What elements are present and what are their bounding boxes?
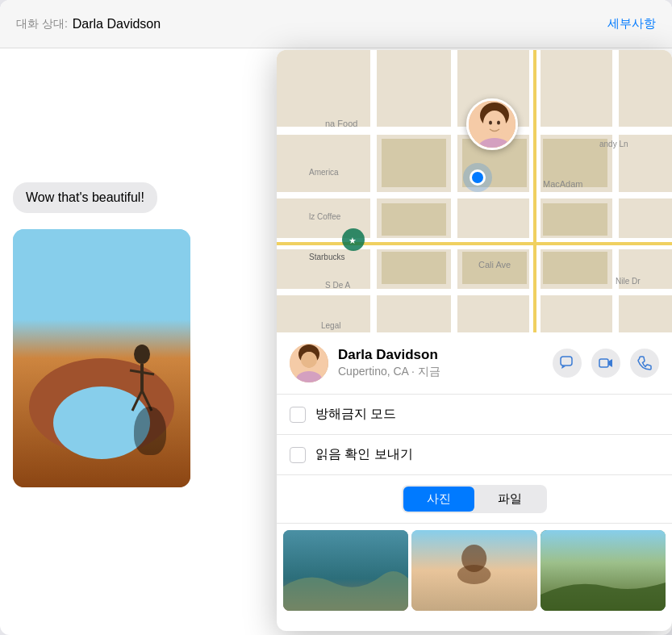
messages-header: 대화 상대: Darla Davidson 세부사항: [0, 0, 672, 48]
svg-point-49: [305, 359, 307, 362]
message-action-button[interactable]: [553, 349, 582, 378]
contact-actions: [553, 349, 659, 378]
dnd-label: 방해금지 모드: [315, 406, 396, 423]
photo-grid: [277, 524, 672, 631]
svg-text:Nile Dr: Nile Dr: [616, 277, 641, 286]
dnd-row: 방해금지 모드: [277, 395, 672, 435]
svg-rect-24: [382, 252, 446, 284]
svg-rect-53: [599, 359, 608, 367]
segment-photos[interactable]: 사진: [403, 487, 474, 512]
map-contact-avatar: [466, 98, 518, 150]
svg-point-42: [483, 111, 506, 136]
message-icon: [560, 356, 574, 370]
read-receipt-checkbox[interactable]: [290, 447, 306, 463]
grid-photo-3[interactable]: [541, 530, 666, 611]
svg-text:na Food: na Food: [325, 119, 357, 128]
svg-point-57: [457, 565, 490, 584]
svg-rect-26: [543, 252, 607, 284]
svg-rect-23: [543, 203, 607, 236]
svg-point-44: [497, 121, 500, 125]
segment-files[interactable]: 파일: [474, 487, 545, 512]
svg-text:America: America: [309, 168, 339, 177]
contact-info-row: Darla Davidson Cupertino, CA · 지금: [277, 332, 672, 395]
svg-text:MacAdam: MacAdam: [543, 179, 583, 189]
map-location-dot: [470, 169, 486, 186]
contact-small-avatar: [290, 344, 328, 382]
details-link[interactable]: 세부사항: [607, 16, 656, 31]
svg-point-3: [134, 345, 150, 364]
svg-text:andy Ln: andy Ln: [599, 140, 628, 148]
svg-text:S De A: S De A: [325, 281, 350, 290]
segment-container: 사진 파일: [402, 485, 547, 513]
message-text: Wow that's beautiful!: [13, 182, 157, 213]
contact-text-block: Darla Davidson Cupertino, CA · 지금: [338, 347, 553, 379]
header-contact-name: Darla Davidson: [73, 17, 161, 31]
video-action-button[interactable]: [591, 349, 620, 378]
contact-location: Cupertino, CA · 지금: [338, 365, 553, 379]
header-label: 대화 상대:: [16, 17, 68, 31]
svg-rect-52: [561, 357, 572, 366]
phone-icon: [637, 356, 652, 370]
dnd-checkbox[interactable]: [290, 407, 306, 423]
grid-photo-1[interactable]: [283, 530, 408, 611]
contact-full-name: Darla Davidson: [338, 347, 553, 363]
read-receipt-label: 읽음 확인 보내기: [315, 446, 413, 463]
svg-text:Legal: Legal: [321, 321, 340, 330]
svg-rect-19: [382, 139, 446, 187]
grid-photo-2[interactable]: [411, 530, 536, 611]
svg-point-50: [311, 359, 314, 362]
segmented-control: 사진 파일: [277, 475, 672, 524]
map-area[interactable]: na Food America lz Coffee MacAdam Cali A…: [277, 50, 672, 332]
details-panel: na Food America lz Coffee MacAdam Cali A…: [277, 50, 672, 631]
svg-point-47: [298, 345, 319, 364]
phone-action-button[interactable]: [630, 349, 659, 378]
svg-text:Cali Ave: Cali Ave: [478, 260, 511, 269]
sent-photo-climber[interactable]: [13, 229, 190, 487]
svg-text:★: ★: [349, 236, 357, 245]
map-svg: na Food America lz Coffee MacAdam Cali A…: [277, 50, 672, 332]
svg-text:lz Coffee: lz Coffee: [309, 212, 341, 221]
video-icon: [599, 356, 613, 370]
svg-point-48: [301, 352, 317, 371]
read-receipt-row: 읽음 확인 보내기: [277, 435, 672, 475]
svg-text:Starbucks: Starbucks: [309, 253, 344, 261]
svg-rect-21: [382, 203, 446, 236]
svg-point-2: [53, 386, 150, 459]
svg-point-43: [489, 121, 492, 125]
